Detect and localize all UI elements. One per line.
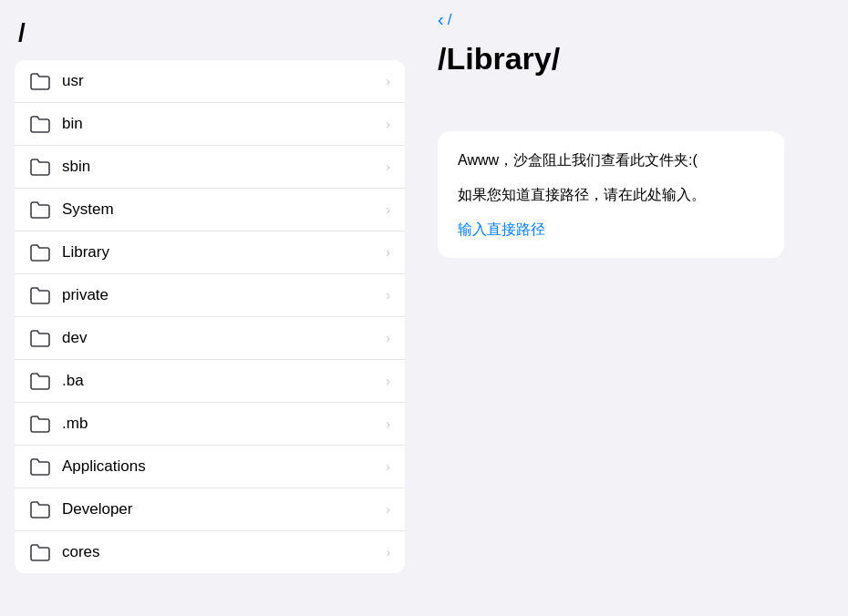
list-item[interactable]: usr› xyxy=(15,60,405,103)
list-item[interactable]: cores› xyxy=(15,531,405,573)
chevron-right-icon: › xyxy=(386,331,390,345)
file-name: dev xyxy=(62,329,378,347)
file-name: bin xyxy=(62,115,378,133)
list-item[interactable]: Developer› xyxy=(15,488,405,531)
breadcrumb: ‹ / xyxy=(438,9,830,30)
list-item[interactable]: .mb› xyxy=(15,403,405,446)
folder-icon xyxy=(29,243,51,262)
list-item[interactable]: Library› xyxy=(15,231,405,274)
chevron-right-icon: › xyxy=(386,374,390,388)
chevron-right-icon: › xyxy=(386,416,390,431)
chevron-right-icon: › xyxy=(386,202,390,217)
list-item[interactable]: private› xyxy=(15,274,405,317)
list-item[interactable]: bin› xyxy=(15,103,405,146)
folder-icon xyxy=(29,415,51,433)
file-name: Applications xyxy=(62,457,378,476)
list-item[interactable]: dev› xyxy=(15,317,405,360)
folder-icon xyxy=(29,457,51,476)
sandbox-message-2: 如果您知道直接路径，请在此处输入。 xyxy=(458,184,764,206)
right-panel: ‹ / /Library/ Awww，沙盒阻止我们查看此文件夹:( 如果您知道直… xyxy=(419,0,848,616)
sandbox-message-1: Awww，沙盒阻止我们查看此文件夹:( xyxy=(458,149,764,171)
chevron-right-icon: › xyxy=(386,245,390,260)
folder-icon xyxy=(29,500,51,518)
chevron-right-icon: › xyxy=(386,74,390,88)
file-name: .ba xyxy=(62,372,378,390)
file-name: sbin xyxy=(62,158,378,176)
file-name: cores xyxy=(62,543,378,561)
folder-icon xyxy=(29,543,51,561)
file-name: System xyxy=(62,200,378,219)
chevron-right-icon: › xyxy=(386,545,390,560)
folder-icon xyxy=(29,286,51,304)
file-name: .mb xyxy=(62,415,378,433)
file-name: private xyxy=(62,286,378,304)
chevron-right-icon: › xyxy=(386,288,390,303)
chevron-right-icon: › xyxy=(386,459,390,474)
list-item[interactable]: sbin› xyxy=(15,146,405,189)
root-label: / xyxy=(15,18,405,47)
file-name: usr xyxy=(62,72,378,90)
left-panel: / usr› bin› sbin› System› Library› priva… xyxy=(0,0,419,616)
back-button[interactable]: ‹ xyxy=(438,9,444,30)
list-item[interactable]: Applications› xyxy=(15,446,405,488)
sandbox-card: Awww，沙盒阻止我们查看此文件夹:( 如果您知道直接路径，请在此处输入。 输入… xyxy=(438,131,784,258)
list-item[interactable]: System› xyxy=(15,189,405,231)
folder-icon xyxy=(29,372,51,390)
folder-icon xyxy=(29,72,51,90)
direct-path-link[interactable]: 输入直接路径 xyxy=(458,221,545,237)
folder-icon xyxy=(29,329,51,347)
file-name: Developer xyxy=(62,500,378,518)
chevron-right-icon: › xyxy=(386,502,390,517)
folder-icon xyxy=(29,158,51,176)
folder-icon xyxy=(29,115,51,133)
folder-icon xyxy=(29,200,51,219)
file-name: Library xyxy=(62,243,378,262)
list-item[interactable]: .ba› xyxy=(15,360,405,403)
chevron-right-icon: › xyxy=(386,117,390,131)
breadcrumb-separator: / xyxy=(448,11,452,29)
page-title: /Library/ xyxy=(438,41,830,77)
chevron-right-icon: › xyxy=(386,159,390,174)
file-list: usr› bin› sbin› System› Library› private… xyxy=(15,60,405,573)
